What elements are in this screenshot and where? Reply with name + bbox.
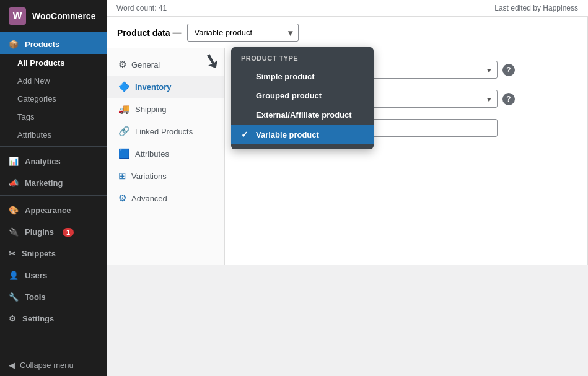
divider-1 <box>0 146 107 147</box>
last-edited: Last edited by Happiness <box>494 4 578 12</box>
sidebar-section-plugins[interactable]: 🔌 Plugins 1 <box>0 220 107 242</box>
tab-linked-products-label: Linked Products <box>135 127 193 136</box>
tab-variations[interactable]: ⊞ Variations <box>107 165 224 187</box>
tab-shipping-label: Shipping <box>135 105 167 114</box>
tab-advanced-label: Advanced <box>131 194 167 203</box>
add-new-label: Add New <box>17 76 50 85</box>
top-bar: Word count: 41 Last edited by Happiness <box>107 0 588 17</box>
variations-icon: ⊞ <box>118 170 126 181</box>
attributes-label: Attributes <box>17 130 51 139</box>
all-products-label: All Products <box>17 58 65 68</box>
products-icon: 📦 <box>9 40 19 49</box>
sidebar-section-products[interactable]: 📦 Products <box>0 32 107 54</box>
tax-status-help-icon[interactable]: ? <box>502 64 515 76</box>
inventory-icon: 🔷 <box>118 81 130 92</box>
word-count: Word count: 41 <box>116 4 167 12</box>
woo-logo-icon: W <box>9 7 26 25</box>
dropdown-item-external[interactable]: External/Affiliate product <box>231 105 374 125</box>
products-label: Products <box>25 40 59 49</box>
product-type-wrapper[interactable]: Variable product <box>187 24 299 42</box>
tools-icon: 🔧 <box>9 292 19 302</box>
variable-product-label: Variable product <box>256 130 319 139</box>
categories-label: Categories <box>17 94 56 103</box>
product-data-label: Product data — <box>117 28 181 38</box>
sidebar-logo-text: WooCommerce <box>32 11 95 21</box>
external-product-label: External/Affiliate product <box>256 110 352 120</box>
linked-products-icon: 🔗 <box>118 126 130 137</box>
appearance-icon: 🎨 <box>9 206 19 215</box>
product-type-select[interactable]: Variable product <box>187 24 299 42</box>
sidebar: W WooCommerce 📦 Products All Products Ad… <box>0 0 107 376</box>
sidebar-section-tools[interactable]: 🔧 Tools <box>0 285 107 307</box>
marketing-label: Marketing <box>25 178 63 188</box>
tab-general-label: General <box>131 60 160 69</box>
sidebar-item-attributes[interactable]: Attributes <box>0 126 107 144</box>
tab-inventory-label: Inventory <box>135 82 172 92</box>
users-icon: 👤 <box>9 271 19 280</box>
simple-product-label: Simple product <box>256 72 315 81</box>
sidebar-section-analytics[interactable]: 📊 Analytics <box>0 149 107 171</box>
snippets-icon: ✂ <box>9 249 15 258</box>
tags-label: Tags <box>17 112 34 121</box>
sidebar-item-all-products[interactable]: All Products <box>0 54 107 72</box>
plugins-badge: 1 <box>63 228 74 237</box>
product-data-header: Product data — Variable product Product … <box>107 17 588 48</box>
sidebar-section-marketing[interactable]: 📣 Marketing <box>0 171 107 193</box>
sidebar-item-categories[interactable]: Categories <box>0 90 107 108</box>
dropdown-item-grouped[interactable]: Grouped product <box>231 86 374 105</box>
appearance-label: Appearance <box>25 206 71 215</box>
tab-attributes-label: Attributes <box>135 149 169 159</box>
advanced-icon: ⚙ <box>118 193 126 204</box>
sidebar-item-add-new[interactable]: Add New <box>0 72 107 90</box>
shipping-icon: 🚚 <box>118 103 130 115</box>
sidebar-section-users[interactable]: 👤 Users <box>0 263 107 285</box>
tab-advanced[interactable]: ⚙ Advanced <box>107 187 224 209</box>
check-variable: ✓ <box>241 129 251 139</box>
plugins-icon: 🔌 <box>9 227 19 237</box>
grouped-product-label: Grouped product <box>256 91 322 100</box>
tab-inventory[interactable]: 🔷 Inventory <box>107 76 224 98</box>
tab-shipping[interactable]: 🚚 Shipping <box>107 98 224 120</box>
settings-icon: ⚙ <box>9 314 16 323</box>
content-area: Product data — Variable product Product … <box>107 17 588 376</box>
sidebar-logo[interactable]: W WooCommerce <box>0 0 107 32</box>
divider-2 <box>0 195 107 196</box>
sidebar-section-settings[interactable]: ⚙ Settings <box>0 307 107 328</box>
tools-label: Tools <box>25 292 46 302</box>
product-tabs: ⚙ General 🔷 Inventory 🚚 Shipping 🔗 Linke… <box>107 48 225 265</box>
collapse-menu-button[interactable]: ◀ Collapse menu <box>0 354 107 376</box>
sidebar-section-snippets[interactable]: ✂ Snippets <box>0 242 107 263</box>
tab-linked-products[interactable]: 🔗 Linked Products <box>107 120 224 142</box>
snippets-label: Snippets <box>22 249 56 258</box>
collapse-icon: ◀ <box>9 361 15 370</box>
sidebar-item-tags[interactable]: Tags <box>0 108 107 126</box>
tab-attributes[interactable]: 🟦 Attributes <box>107 142 224 165</box>
dropdown-item-variable[interactable]: ✓ Variable product <box>231 125 374 144</box>
users-label: Users <box>25 271 47 280</box>
dropdown-title: Product Type <box>231 52 374 67</box>
product-type-dropdown[interactable]: Product Type Simple product Grouped prod… <box>231 47 374 149</box>
tax-class-help-icon[interactable]: ? <box>502 93 515 105</box>
attributes-tab-icon: 🟦 <box>118 148 130 159</box>
dropdown-item-simple[interactable]: Simple product <box>231 67 374 86</box>
main-content: Word count: 41 Last edited by Happiness … <box>107 0 588 376</box>
settings-label: Settings <box>22 314 54 323</box>
tab-variations-label: Variations <box>131 172 167 181</box>
analytics-label: Analytics <box>25 157 61 166</box>
sidebar-section-appearance[interactable]: 🎨 Appearance <box>0 198 107 220</box>
general-icon: ⚙ <box>118 59 126 70</box>
plugins-label: Plugins <box>25 227 54 237</box>
analytics-icon: 📊 <box>9 157 19 166</box>
marketing-icon: 📣 <box>9 178 19 188</box>
collapse-label: Collapse menu <box>20 361 74 370</box>
